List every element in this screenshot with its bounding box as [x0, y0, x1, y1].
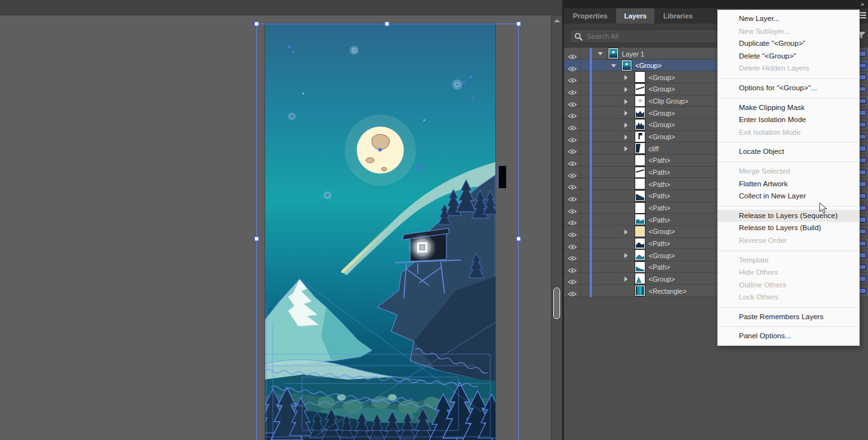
layer-thumbnail[interactable]: [635, 226, 645, 237]
layer-name[interactable]: <Path>: [649, 168, 670, 176]
layer-thumbnail[interactable]: [635, 120, 645, 130]
menu-item-panel-options[interactable]: Panel Options...: [718, 330, 859, 343]
selection-target-square[interactable]: [859, 193, 866, 199]
layer-thumbnail[interactable]: [635, 84, 645, 94]
selection-target-square[interactable]: [859, 265, 866, 270]
layer-name[interactable]: <Rectangle>: [649, 287, 687, 295]
selection-target-square[interactable]: [859, 241, 866, 247]
selection-handle-middle-left[interactable]: [254, 237, 259, 241]
layer-thumbnail[interactable]: [622, 60, 631, 71]
selection-target-square[interactable]: [859, 170, 866, 175]
layer-thumbnail[interactable]: [635, 203, 645, 213]
tab-properties[interactable]: Properties: [565, 8, 615, 24]
scrollbar-thumb[interactable]: [553, 287, 560, 319]
tab-layers[interactable]: Layers: [616, 8, 654, 24]
layer-name[interactable]: <Path>: [649, 204, 670, 212]
menu-item-paste-remembers-layers[interactable]: Paste Remembers Layers: [718, 311, 859, 324]
layer-name[interactable]: <Clip Group>: [649, 97, 688, 105]
layer-name[interactable]: <Path>: [649, 181, 670, 188]
menu-item-duplicate-group[interactable]: Duplicate "<Group>": [718, 38, 859, 50]
canvas-vertical-scrollbar[interactable]: [551, 15, 562, 440]
selection-target-square[interactable]: [859, 74, 866, 80]
layer-name[interactable]: Layer 1: [622, 50, 644, 58]
selection-handle-middle-right[interactable]: [516, 237, 521, 241]
visibility-eye-icon[interactable]: [568, 288, 577, 299]
expand-chevron-right-icon[interactable]: [624, 75, 628, 80]
selection-handle-top-left[interactable]: [254, 22, 259, 26]
expand-chevron-right-icon[interactable]: [624, 230, 628, 235]
expand-chevron-right-icon[interactable]: [624, 146, 628, 151]
selection-target-square[interactable]: [859, 276, 866, 282]
selection-target-square[interactable]: [859, 63, 866, 69]
layer-thumbnail[interactable]: [635, 191, 645, 201]
expand-chevron-right-icon[interactable]: [624, 253, 628, 258]
expand-chevron-right-icon[interactable]: [624, 277, 628, 282]
layer-name[interactable]: <Group>: [635, 62, 661, 69]
layer-name[interactable]: <Path>: [649, 240, 670, 247]
selection-target-square[interactable]: [859, 99, 866, 104]
selection-target-square[interactable]: [859, 51, 866, 57]
menu-item-make-clipping-mask[interactable]: Make Clipping Mask: [718, 102, 859, 114]
layer-name[interactable]: cliff: [649, 145, 659, 153]
layer-thumbnail[interactable]: [635, 238, 645, 249]
menu-item-enter-isolation-mode[interactable]: Enter Isolation Mode: [718, 114, 859, 127]
layer-name[interactable]: <Path>: [649, 263, 670, 271]
selection-target-square[interactable]: [859, 288, 866, 294]
layer-thumbnail[interactable]: [635, 107, 645, 118]
layer-name[interactable]: <Group>: [649, 109, 675, 117]
layer-thumbnail[interactable]: [635, 250, 645, 260]
selection-target-square[interactable]: [859, 181, 866, 187]
selection-target-square[interactable]: [859, 158, 866, 163]
layer-thumbnail[interactable]: [635, 214, 645, 224]
layer-name[interactable]: <Group>: [649, 121, 675, 128]
menu-item-collect-in-new-layer[interactable]: Collect in New Layer: [718, 190, 859, 203]
menu-item-flatten-artwork[interactable]: Flatten Artwork: [718, 178, 859, 191]
menu-item-new-layer[interactable]: New Layer...: [718, 13, 859, 25]
menu-item-locate-object[interactable]: Locate Object: [718, 146, 859, 158]
expand-chevron-right-icon[interactable]: [624, 123, 628, 128]
layer-name[interactable]: <Path>: [649, 156, 670, 164]
layer-thumbnail[interactable]: [609, 48, 618, 58]
layer-thumbnail[interactable]: [635, 262, 645, 272]
layer-name[interactable]: <Group>: [649, 133, 675, 141]
layer-name[interactable]: <Group>: [649, 252, 675, 259]
expand-chevron-down-icon[interactable]: [598, 52, 603, 55]
expand-chevron-right-icon[interactable]: [624, 99, 628, 104]
menu-item-release-to-layers-build[interactable]: Release to Layers (Build): [718, 222, 859, 235]
selection-target-square[interactable]: [859, 229, 866, 235]
layer-thumbnail[interactable]: [635, 132, 645, 142]
layer-thumbnail[interactable]: [635, 96, 645, 106]
tab-libraries[interactable]: Libraries: [656, 8, 700, 24]
layer-thumbnail[interactable]: [635, 72, 645, 82]
layer-thumbnail[interactable]: [635, 155, 645, 165]
scroll-up-arrow-icon[interactable]: [554, 19, 560, 22]
collapse-panels-icon[interactable]: »: [860, 0, 865, 8]
canvas-area[interactable]: [0, 0, 563, 440]
expand-chevron-right-icon[interactable]: [624, 87, 628, 92]
expand-chevron-right-icon[interactable]: [624, 111, 628, 116]
selection-target-square[interactable]: [859, 217, 866, 223]
selection-target-square[interactable]: [859, 86, 866, 92]
layer-name[interactable]: <Path>: [649, 192, 670, 200]
layer-name[interactable]: <Group>: [649, 85, 675, 93]
layer-thumbnail[interactable]: [635, 179, 645, 189]
layer-name[interactable]: <Group>: [649, 275, 675, 283]
selection-target-square[interactable]: [859, 146, 866, 151]
selection-target-square[interactable]: [859, 122, 866, 128]
offartboard-black-rectangle[interactable]: [498, 166, 506, 188]
selection-target-square[interactable]: [859, 252, 866, 258]
selection-target-square[interactable]: [859, 205, 866, 211]
layer-name[interactable]: <Group>: [649, 74, 675, 81]
layer-thumbnail[interactable]: [635, 273, 645, 284]
layer-name[interactable]: <Path>: [649, 216, 670, 224]
menu-item-release-to-layers-sequence[interactable]: Release to Layers (Sequence): [718, 210, 859, 223]
artboard-artwork[interactable]: [265, 24, 495, 440]
menu-item-options-for-group[interactable]: Options for "<Group>"...: [718, 82, 859, 95]
layer-name[interactable]: <Group>: [649, 228, 675, 235]
layer-thumbnail[interactable]: [635, 167, 645, 177]
selection-handle-top-right[interactable]: [516, 22, 521, 26]
expand-chevron-right-icon[interactable]: [624, 135, 628, 140]
layer-thumbnail[interactable]: [635, 143, 645, 153]
selection-target-square[interactable]: [859, 134, 866, 140]
layer-thumbnail[interactable]: [635, 285, 645, 296]
